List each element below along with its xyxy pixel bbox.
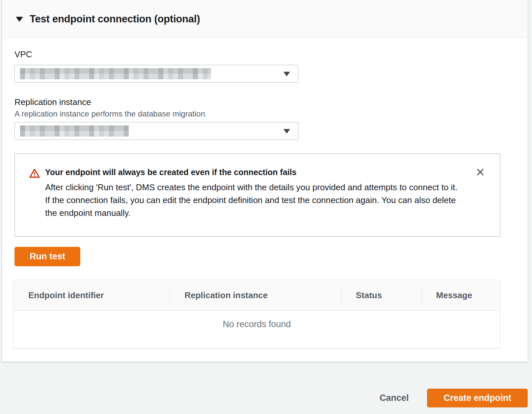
column-header-message: Message [421, 280, 500, 310]
page: Test endpoint connection (optional) VPC … [0, 0, 532, 414]
table-header-row: Endpoint identifier Replication instance… [13, 280, 500, 311]
vpc-select[interactable] [14, 65, 298, 83]
warning-body: After clicking 'Run test', DMS creates t… [45, 181, 461, 220]
section-title: Test endpoint connection (optional) [30, 13, 200, 25]
replication-instance-description: A replication instance performs the data… [14, 109, 205, 118]
vpc-redacted-value [20, 68, 211, 79]
collapse-triangle-icon[interactable] [16, 17, 23, 22]
replication-instance-label: Replication instance [14, 97, 91, 107]
close-icon[interactable] [475, 167, 486, 177]
dropdown-caret-icon [283, 129, 290, 134]
footer-actions: Cancel Create endpoint [380, 389, 528, 407]
vpc-label: VPC [14, 49, 32, 60]
warning-alert: Your endpoint will always be created eve… [14, 153, 500, 237]
section-header[interactable]: Test endpoint connection (optional) [2, 0, 528, 39]
results-table: Endpoint identifier Replication instance… [13, 280, 500, 349]
warning-title: Your endpoint will always be created eve… [45, 168, 461, 177]
column-header-replication-instance: Replication instance [170, 280, 341, 310]
cancel-button[interactable]: Cancel [380, 393, 409, 403]
warning-text: Your endpoint will always be created eve… [45, 168, 461, 236]
create-endpoint-button[interactable]: Create endpoint [427, 389, 528, 407]
run-test-button[interactable]: Run test [14, 247, 80, 266]
column-header-status: Status [341, 280, 421, 310]
replication-instance-redacted-value [20, 125, 129, 137]
warning-triangle-icon [29, 168, 40, 236]
replication-instance-select[interactable] [14, 122, 298, 140]
dropdown-caret-icon [283, 72, 290, 76]
empty-state-message: No records found [13, 319, 500, 329]
table-body: No records found [13, 311, 500, 329]
column-header-endpoint-identifier: Endpoint identifier [13, 280, 170, 310]
